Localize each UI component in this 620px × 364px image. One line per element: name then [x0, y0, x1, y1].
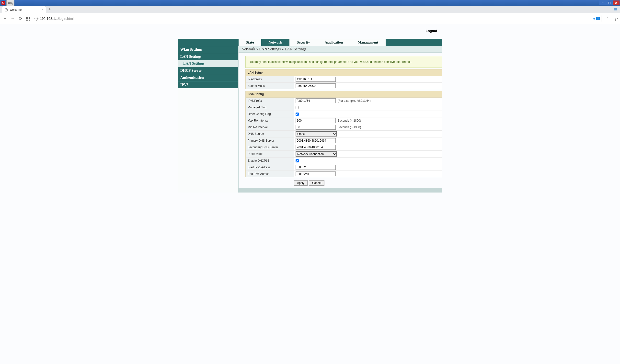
new-tab-button[interactable]: + [46, 6, 53, 13]
checkbox-other-config-flag[interactable] [295, 113, 299, 116]
footer-bar [239, 188, 442, 193]
input-max-ra[interactable] [295, 118, 336, 123]
ipv6-config-section: IPv6 Config IPv6/Prefix (For example, fe… [245, 91, 442, 177]
browser-tab-bar: welcome × + ☰ [0, 6, 620, 13]
back-button[interactable]: ← [2, 16, 7, 21]
window-titlebar: O เมนู ━ ☐ ✕ [0, 0, 620, 6]
browser-menu-button[interactable]: เมนู [6, 0, 15, 6]
input-end-ipv6[interactable] [295, 171, 336, 176]
label-managed-flag: Managed Flag [246, 104, 294, 111]
label-ip-address: IP Address [246, 76, 294, 82]
shield-icon[interactable]: ✕ [596, 17, 600, 20]
sidebar-item-lan[interactable]: LAN Settings [178, 53, 238, 60]
label-primary-dns: Primary DNS Server [246, 137, 294, 144]
lan-setup-section: LAN Setup IP Address Subnet Mask [245, 69, 442, 89]
input-ip-address[interactable] [295, 77, 336, 82]
label-secondary-dns: Secondary DNS Server [246, 144, 294, 151]
label-other-config-flag: Other Config Flag [246, 111, 294, 117]
label-enable-dhcp6s: Enable DHCP6S [246, 158, 294, 164]
speed-dial-button[interactable] [26, 17, 30, 21]
label-start-ipv6: Start IPv6 Adress [246, 164, 294, 170]
info-message: You may enable/disable networking functi… [245, 56, 442, 68]
input-ipv6-prefix[interactable] [295, 98, 336, 103]
url-text: 192.168.1.1/login.html [40, 17, 592, 21]
select-dns-source[interactable]: Static [295, 131, 337, 136]
tab-security[interactable]: Security [289, 39, 317, 46]
section-header-ipv6: IPv6 Config [246, 91, 442, 98]
sidebar-item-wlan[interactable]: Wlan Settings [178, 46, 238, 53]
sidebar: Wlan Settings LAN Settings LAN Settings … [178, 46, 239, 193]
input-subnet-mask[interactable] [295, 83, 336, 88]
input-secondary-dns[interactable] [295, 145, 336, 150]
logout-link[interactable]: Logout [426, 29, 437, 33]
input-primary-dns[interactable] [295, 138, 336, 143]
hint-min-ra: Seconds (3-1350) [338, 125, 361, 129]
globe-icon [34, 17, 38, 21]
sidebar-item-auth[interactable]: Authentication [178, 74, 238, 81]
page-content: Logout State Network Security Applicatio… [0, 24, 620, 364]
sidebar-item-ipv6[interactable]: IPV6 [178, 81, 238, 88]
tab-network[interactable]: Network [261, 39, 290, 46]
label-prefix-mode: Prefix Mode [246, 151, 294, 157]
label-subnet-mask: Subnet Mask [246, 83, 294, 89]
tab-menu-icon[interactable]: ☰ [611, 6, 620, 13]
checkbox-enable-dhcp6s[interactable] [295, 159, 299, 162]
downloads-icon[interactable]: ↓ [614, 17, 618, 21]
reload-button[interactable]: ⟳ [18, 16, 23, 21]
page-icon [5, 8, 8, 12]
label-min-ra: Min RA Interval [246, 124, 294, 130]
hint-max-ra: Seconds (4-1800) [338, 119, 361, 122]
label-end-ipv6: End IPv6 Adress [246, 171, 294, 177]
window-close-button[interactable]: ✕ [613, 0, 620, 5]
tab-close-button[interactable]: × [41, 8, 43, 12]
tab-state[interactable]: State [239, 39, 261, 46]
main-nav-tabs: State Network Security Application Manag… [178, 39, 442, 46]
blocked-count-badge: 0 [593, 17, 595, 20]
browser-toolbar: ← → ⟳ 192.168.1.1/login.html 0 ✕ ♡ ↓ [0, 13, 620, 24]
sidebar-subitem-lan-settings[interactable]: LAN Settings [178, 60, 238, 67]
breadcrumb: Network » LAN Settings » LAN Settings [239, 46, 442, 53]
opera-logo-icon: O [1, 1, 5, 5]
bookmark-heart-icon[interactable]: ♡ [605, 16, 610, 22]
label-dns-source: DNS Source [246, 131, 294, 137]
browser-tab[interactable]: welcome × [2, 6, 46, 13]
input-start-ipv6[interactable] [295, 165, 336, 170]
cancel-button[interactable]: Cancel [309, 180, 325, 186]
window-minimize-button[interactable]: ━ [599, 0, 606, 5]
tab-title: welcome [10, 8, 39, 12]
label-ipv6-prefix: IPv6/Prefix [246, 98, 294, 104]
section-header-lan: LAN Setup [246, 69, 442, 76]
tab-application[interactable]: Application [317, 39, 350, 46]
forward-button[interactable]: → [10, 16, 15, 21]
sidebar-item-dhcp[interactable]: DHCP Server [178, 67, 238, 74]
window-maximize-button[interactable]: ☐ [606, 0, 613, 5]
tab-management[interactable]: Management [350, 39, 386, 46]
checkbox-managed-flag[interactable] [295, 106, 299, 109]
input-min-ra[interactable] [295, 125, 336, 130]
apply-button[interactable]: Apply [294, 180, 308, 186]
address-bar[interactable]: 192.168.1.1/login.html 0 ✕ [33, 15, 601, 22]
select-prefix-mode[interactable]: Network Connection [295, 152, 337, 157]
label-max-ra: Max RA Interval [246, 117, 294, 124]
hint-ipv6-prefix: (For example, fe80::1/64) [338, 99, 371, 103]
